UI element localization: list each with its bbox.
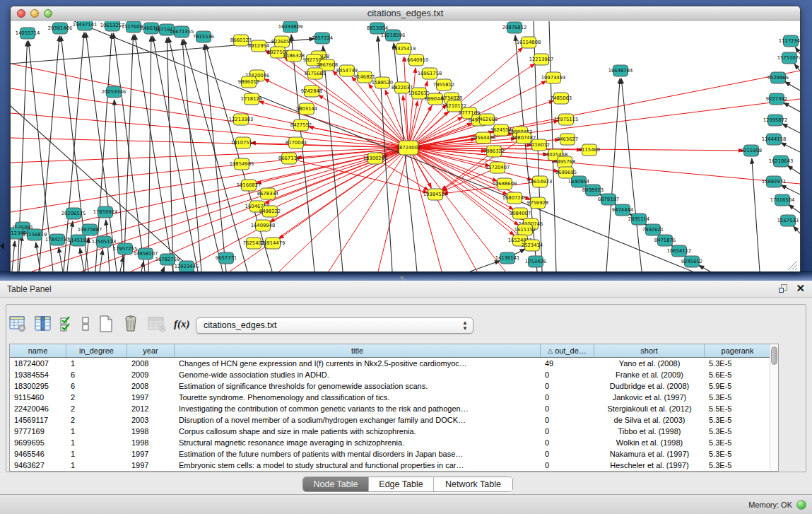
graph-node-yellow[interactable]: [256, 220, 271, 231]
graph-node-teal[interactable]: [601, 194, 616, 205]
table-row[interactable]: 1872400712008Changes of HCN gene express…: [10, 358, 778, 369]
graph-node-teal[interactable]: [160, 24, 175, 35]
graph-node-yellow[interactable]: [560, 134, 575, 145]
scrollbar-thumb[interactable]: [771, 346, 777, 365]
column-header-pagerank[interactable]: pagerank: [705, 344, 771, 357]
table-select-dropdown[interactable]: citations_edges.txt ▲▼: [196, 317, 473, 334]
graph-node-yellow[interactable]: [437, 79, 452, 90]
tab-edge-table[interactable]: Edge Table: [368, 477, 433, 491]
table-row[interactable]: 946554611997Estimation of the future num…: [10, 448, 778, 460]
table-row[interactable]: 1456911722003Disruption of a novel membe…: [10, 414, 778, 426]
graph-node-yellow[interactable]: [498, 178, 512, 189]
graph-node-yellow[interactable]: [242, 180, 257, 191]
graph-node-yellow[interactable]: [533, 176, 548, 187]
graph-node-yellow[interactable]: [412, 88, 427, 99]
graph-node-teal[interactable]: [78, 21, 93, 30]
graph-node-yellow[interactable]: [423, 68, 437, 79]
graph-node-yellow[interactable]: [307, 54, 322, 66]
graph-node-yellow[interactable]: [559, 114, 574, 125]
graph-node-yellow[interactable]: [554, 93, 569, 104]
column-header-out_de[interactable]: △out_de…: [541, 344, 594, 357]
graph-node-yellow[interactable]: [375, 77, 390, 88]
graph-node-yellow[interactable]: [245, 93, 259, 105]
graph-node-teal[interactable]: [126, 21, 141, 33]
graph-node-teal[interactable]: [180, 261, 194, 271]
graph-node-teal[interactable]: [767, 176, 782, 187]
window-resize-grip[interactable]: [788, 261, 797, 270]
graph-node-teal[interactable]: [53, 23, 68, 34]
graph-node-yellow[interactable]: [518, 224, 533, 235]
graph-node-yellow[interactable]: [494, 124, 509, 136]
graph-node-yellow[interactable]: [235, 158, 249, 170]
graph-node-teal[interactable]: [98, 206, 113, 218]
graph-node-yellow[interactable]: [263, 206, 278, 217]
graph-node-yellow[interactable]: [358, 71, 372, 83]
graph-node-yellow[interactable]: [368, 153, 383, 164]
graph-node-yellow[interactable]: [252, 40, 266, 52]
graph-node-yellow[interactable]: [507, 192, 522, 204]
graph-node-yellow[interactable]: [534, 54, 549, 65]
graph-node-teal[interactable]: [139, 248, 153, 259]
graph-node-teal[interactable]: [632, 214, 647, 225]
table-settings-icon[interactable]: [8, 315, 27, 333]
graph-node-teal[interactable]: [781, 215, 796, 226]
graph-node-teal[interactable]: [20, 28, 35, 39]
function-builder-icon[interactable]: f(x): [174, 318, 190, 330]
select-columns-icon[interactable]: [34, 315, 52, 333]
graph-node-yellow[interactable]: [532, 139, 547, 151]
graph-node-yellow[interactable]: [266, 238, 281, 249]
network-canvas[interactable]: 1872400718300295224200469896012271812612…: [11, 21, 800, 271]
graph-node-teal[interactable]: [144, 23, 159, 34]
graph-node-yellow[interactable]: [582, 144, 597, 156]
graph-node-teal[interactable]: [50, 234, 65, 245]
graph-node-teal[interactable]: [784, 35, 799, 47]
graph-node-yellow[interactable]: [546, 72, 561, 83]
graph-node-yellow[interactable]: [340, 65, 355, 76]
graph-node-yellow[interactable]: [513, 208, 528, 219]
graph-node-teal[interactable]: [315, 33, 330, 44]
graph-node-teal[interactable]: [196, 31, 211, 42]
graph-node-teal[interactable]: [118, 243, 133, 255]
tab-network-table[interactable]: Network Table: [433, 477, 512, 491]
graph-node-teal[interactable]: [283, 21, 298, 33]
graph-node-teal[interactable]: [672, 245, 687, 257]
column-header-name[interactable]: name: [10, 344, 66, 357]
graph-node-yellow[interactable]: [236, 137, 251, 148]
graph-node-yellow[interactable]: [487, 146, 502, 157]
graph-node-yellow[interactable]: [428, 189, 443, 200]
graph-node-teal[interactable]: [105, 21, 120, 31]
graph-node-teal[interactable]: [775, 194, 790, 206]
graph-node-yellow[interactable]: [447, 100, 462, 112]
graph-node-teal[interactable]: [613, 65, 628, 76]
graph-node-yellow[interactable]: [476, 132, 491, 144]
table-row[interactable]: 969969511998Structural magnetic resonanc…: [10, 437, 778, 448]
graph-node-teal[interactable]: [685, 256, 700, 267]
table-row[interactable]: 1830029562008Estimation of significance …: [10, 380, 778, 392]
graph-node-teal[interactable]: [71, 235, 86, 246]
graph-node-teal[interactable]: [782, 52, 797, 64]
graph-node-yellow[interactable]: [395, 82, 410, 93]
graph-node-yellow[interactable]: [234, 35, 249, 46]
graph-node-yellow[interactable]: [271, 47, 286, 58]
table-row[interactable]: 946362711997Embryonic stem cells: a mode…: [10, 460, 778, 471]
graph-node-yellow[interactable]: [399, 141, 418, 155]
graph-node-teal[interactable]: [744, 145, 759, 156]
vertical-scrollbar[interactable]: [770, 344, 778, 471]
delete-table-icon[interactable]: [122, 315, 140, 333]
graph-node-yellow[interactable]: [282, 153, 297, 164]
graph-node-yellow[interactable]: [558, 156, 572, 168]
graph-node-yellow[interactable]: [242, 76, 257, 88]
graph-node-yellow[interactable]: [522, 37, 536, 48]
graph-node-yellow[interactable]: [247, 238, 261, 249]
table-row[interactable]: 1938455462009Genome-wide association stu…: [10, 369, 778, 380]
column-header-title[interactable]: title: [175, 344, 541, 357]
graph-node-teal[interactable]: [11, 228, 23, 239]
graph-node-teal[interactable]: [500, 252, 515, 264]
column-header-short[interactable]: short: [594, 344, 705, 357]
graph-node-teal[interactable]: [83, 224, 98, 235]
graph-node-teal[interactable]: [771, 72, 786, 83]
graph-node-yellow[interactable]: [261, 188, 276, 199]
graph-node-teal[interactable]: [646, 224, 661, 235]
graph-node-yellow[interactable]: [517, 132, 531, 144]
graph-node-teal[interactable]: [66, 208, 81, 219]
